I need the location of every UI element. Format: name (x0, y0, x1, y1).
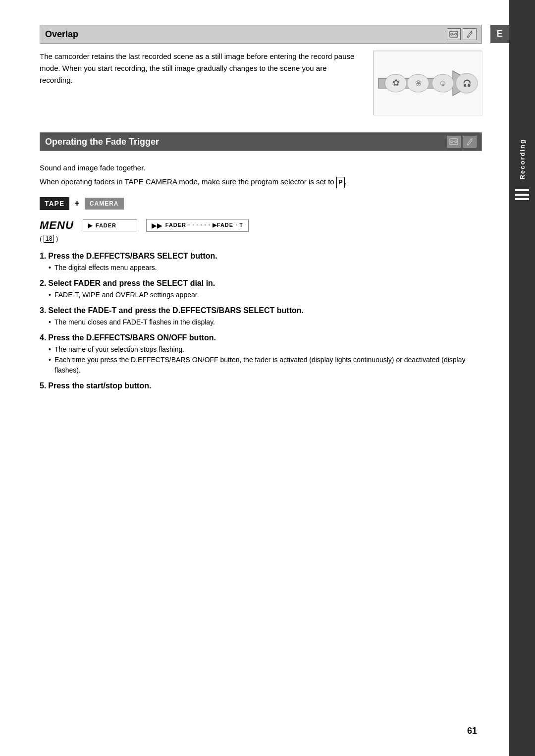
recording-label: Recording (519, 139, 526, 179)
menu-arrow-1-text: FADER (96, 222, 116, 228)
fade-trigger-title: Operating the Fade Trigger (45, 137, 159, 147)
svg-point-2 (455, 33, 457, 35)
step-2-bullet-1: FADE-T, WIPE and OVERLAP settings appear… (49, 290, 482, 300)
step-1-bullet-1: The digital effects menu appears. (49, 263, 482, 273)
right-sidebar: Recording (509, 0, 535, 756)
step-4: 4.Press the D.EFFECTS/BARS ON/OFF button… (40, 333, 482, 376)
step-3-title: 3.Select the FADE-T and press the D.EFFE… (40, 306, 482, 315)
svg-line-4 (467, 37, 468, 38)
svg-text:🎧: 🎧 (463, 79, 472, 88)
fade-intro-line1: Sound and image fade together. (40, 162, 482, 174)
pencil-icon (463, 28, 477, 40)
steps-list: 1.Press the D.EFFECTS/BARS SELECT button… (40, 252, 482, 390)
fade-tape-icon (447, 136, 461, 148)
overlap-header-icons (447, 28, 477, 40)
menu-row: MENU ▶ FADER ▶▶ FADER · · · · · · ▶FADE … (40, 219, 482, 232)
svg-point-16 (451, 141, 453, 143)
overlap-section: Overlap (40, 25, 482, 115)
step-2-title: 2.Select FADER and press the SELECT dial… (40, 279, 482, 288)
menu-arrow-box-1: ▶ FADER (83, 219, 137, 231)
overlap-illustration: ✿ ❀ ☺ 🎧 (373, 51, 482, 115)
sidebar-lines (515, 189, 529, 200)
step-1-title: 1.Press the D.EFFECTS/BARS SELECT button… (40, 252, 482, 261)
svg-text:☺: ☺ (439, 79, 447, 87)
step-1: 1.Press the D.EFFECTS/BARS SELECT button… (40, 252, 482, 273)
fade-pencil-icon (463, 136, 477, 148)
svg-line-19 (467, 144, 468, 145)
svg-line-20 (471, 138, 472, 139)
svg-line-5 (471, 31, 472, 32)
svg-text:✿: ✿ (392, 78, 400, 88)
fade-trigger-header: Operating the Fade Trigger (40, 132, 482, 151)
svg-point-17 (455, 141, 457, 143)
step-3-bullets: The menu closes and FADE-T flashes in th… (49, 317, 482, 327)
step-5: 5.Press the start/stop button. (40, 381, 482, 390)
menu-arrow-box-2: ▶▶ FADER · · · · · · ▶FADE · T (146, 219, 249, 232)
camera-badge: CAMERA (85, 198, 124, 210)
menu-arrow-1-symbol: ▶ (88, 222, 93, 229)
svg-text:❀: ❀ (415, 79, 422, 87)
sidebar-line-2 (515, 194, 529, 196)
page-number: 61 (467, 726, 477, 736)
tape-camera-row: TAPE + CAMERA (40, 197, 482, 210)
tape-icon (447, 28, 461, 40)
overlap-body: The camcorder retains the last recorded … (40, 51, 482, 115)
program-p-badge: P (336, 177, 345, 188)
overlap-title: Overlap (45, 29, 78, 40)
step-1-bullets: The digital effects menu appears. (49, 263, 482, 273)
menu-arrow-2-text: FADER · · · · · · ▶FADE · T (165, 222, 243, 228)
plus-sign: + (74, 198, 80, 209)
step-4-bullets: The name of your selection stops flashin… (49, 344, 482, 376)
fade-header-icons (447, 136, 477, 148)
menu-page-ref: ( 18 ) (40, 235, 482, 243)
step-4-bullet-2: Each time you press the D.EFFECTS/BARS O… (49, 355, 482, 376)
fade-body: Sound and image fade together. When oper… (40, 158, 482, 390)
tape-badge: TAPE (40, 197, 69, 210)
sidebar-line-3 (515, 198, 529, 200)
step-2-bullets: FADE-T, WIPE and OVERLAP settings appear… (49, 290, 482, 300)
step-5-title: 5.Press the start/stop button. (40, 381, 482, 390)
svg-point-1 (451, 33, 453, 35)
step-4-title: 4.Press the D.EFFECTS/BARS ON/OFF button… (40, 333, 482, 342)
page-ref-box: 18 (44, 235, 54, 243)
sidebar-line-1 (515, 189, 529, 191)
main-content: E Overlap (0, 0, 509, 756)
menu-label: MENU (40, 219, 74, 232)
e-tab: E (490, 25, 509, 43)
step-2: 2.Select FADER and press the SELECT dial… (40, 279, 482, 300)
overlap-description: The camcorder retains the last recorded … (40, 51, 358, 86)
step-3-bullet-1: The menu closes and FADE-T flashes in th… (49, 317, 482, 327)
fade-trigger-section: Operating the Fade Trigger (40, 132, 482, 390)
overlap-header: Overlap (40, 25, 482, 44)
step-4-bullet-1: The name of your selection stops flashin… (49, 344, 482, 355)
step-3: 3.Select the FADE-T and press the D.EFFE… (40, 306, 482, 327)
fade-intro-line2: When operating faders in TAPE CAMERA mod… (40, 176, 482, 188)
menu-arrow-2-symbol: ▶▶ (152, 221, 162, 229)
